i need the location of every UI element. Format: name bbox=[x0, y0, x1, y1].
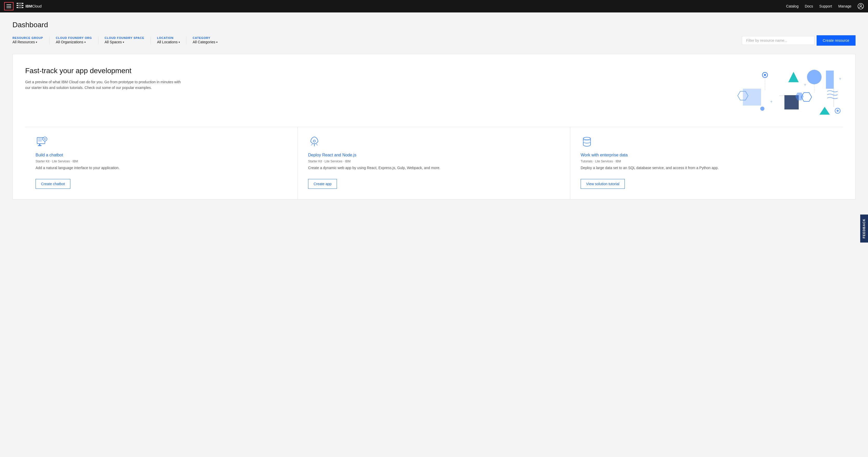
chatbot-icon bbox=[36, 135, 287, 149]
location-value[interactable]: All Locations ▾ bbox=[157, 39, 180, 44]
svg-marker-8 bbox=[788, 72, 799, 82]
ibm-cloud-logo[interactable]: IBMCloud bbox=[17, 3, 41, 9]
promo-illustration-svg: + + + bbox=[734, 67, 843, 119]
resource-group-filter[interactable]: RESOURCE GROUP All Resources ▾ bbox=[12, 35, 43, 46]
enterprise-data-card-title[interactable]: Work with enterprise data bbox=[581, 153, 832, 157]
nav-docs-link[interactable]: Docs bbox=[805, 4, 813, 8]
chatbot-card-title[interactable]: Build a chatbot bbox=[36, 153, 287, 157]
starter-cards-row: Build a chatbot Starter Kit · Lite Servi… bbox=[25, 127, 843, 199]
react-node-card: Deploy React and Node.js Starter Kit · L… bbox=[298, 127, 570, 199]
filter-separator-4 bbox=[186, 36, 186, 44]
nav-left: IBMCloud bbox=[4, 2, 41, 10]
view-solution-tutorial-button[interactable]: View solution tutorial bbox=[581, 179, 625, 189]
location-filter[interactable]: LOCATION All Locations ▾ bbox=[157, 35, 180, 46]
nav-catalog-link[interactable]: Catalog bbox=[786, 4, 799, 8]
svg-text:+: + bbox=[804, 83, 806, 87]
filter-bar: RESOURCE GROUP All Resources ▾ CLOUD FOU… bbox=[12, 35, 856, 46]
nav-support-link[interactable]: Support bbox=[819, 4, 832, 8]
resource-group-value[interactable]: All Resources ▾ bbox=[12, 39, 43, 44]
cf-org-label: CLOUD FOUNDRY ORG bbox=[56, 36, 92, 39]
main-content: Dashboard RESOURCE GROUP All Resources ▾… bbox=[0, 12, 868, 216]
cf-space-chevron-icon: ▾ bbox=[123, 41, 124, 43]
cf-org-value[interactable]: All Organizations ▾ bbox=[56, 39, 92, 44]
enterprise-data-card-meta: Tutorials · Lite Services · IBM bbox=[581, 160, 832, 163]
svg-rect-3 bbox=[18, 3, 22, 4]
create-chatbot-button[interactable]: Create chatbot bbox=[36, 179, 70, 189]
feedback-tab[interactable]: FEEDBACK bbox=[860, 215, 868, 216]
svg-point-39 bbox=[583, 137, 591, 140]
cf-org-filter[interactable]: CLOUD FOUNDRY ORG All Organizations ▾ bbox=[56, 35, 92, 46]
user-avatar-button[interactable] bbox=[858, 3, 864, 9]
hamburger-button[interactable] bbox=[4, 2, 13, 10]
svg-point-17 bbox=[764, 74, 766, 76]
promo-title: Fast-track your app development bbox=[25, 67, 181, 75]
location-chevron-icon: ▾ bbox=[179, 41, 180, 43]
cf-space-label: CLOUD FOUNDRY SPACE bbox=[104, 36, 144, 39]
svg-point-27 bbox=[760, 107, 765, 111]
ibm-logo-icon bbox=[17, 3, 23, 9]
category-chevron-icon: ▾ bbox=[216, 41, 218, 43]
resource-group-label: RESOURCE GROUP bbox=[12, 36, 43, 39]
category-filter[interactable]: CATEGORY All Categories ▾ bbox=[193, 35, 218, 46]
promo-illustration: + + + bbox=[734, 67, 843, 119]
brand-text: IBMCloud bbox=[25, 4, 41, 8]
filter-separator-2 bbox=[98, 36, 98, 44]
cf-space-filter[interactable]: CLOUD FOUNDRY SPACE All Spaces ▾ bbox=[104, 35, 144, 46]
category-value[interactable]: All Categories ▾ bbox=[193, 39, 218, 44]
react-node-card-title[interactable]: Deploy React and Node.js bbox=[308, 153, 560, 157]
avatar-icon bbox=[858, 3, 864, 9]
nav-manage-link[interactable]: Manage bbox=[838, 4, 851, 8]
rocket-icon bbox=[308, 135, 560, 149]
svg-rect-5 bbox=[18, 7, 22, 8]
enterprise-data-card: Work with enterprise data Tutorials · Li… bbox=[570, 127, 843, 199]
svg-rect-4 bbox=[18, 5, 22, 6]
svg-point-19 bbox=[837, 110, 839, 112]
svg-text:+: + bbox=[770, 99, 773, 104]
svg-text:+: + bbox=[839, 76, 841, 81]
react-node-card-desc: Create a dynamic web app by using React,… bbox=[308, 165, 560, 171]
database-icon bbox=[581, 135, 832, 149]
react-node-card-meta: Starter Kit · Lite Services · IBM bbox=[308, 160, 560, 163]
hamburger-icon bbox=[6, 4, 11, 8]
resource-group-chevron-icon: ▾ bbox=[36, 41, 37, 43]
create-resource-button[interactable]: Create resource bbox=[816, 35, 856, 46]
cf-space-value[interactable]: All Spaces ▾ bbox=[104, 39, 144, 44]
create-app-button[interactable]: Create app bbox=[308, 179, 337, 189]
filter-separator-1 bbox=[49, 36, 50, 44]
svg-rect-10 bbox=[826, 70, 834, 89]
page-title: Dashboard bbox=[12, 21, 856, 29]
nav-right: Catalog Docs Support Manage bbox=[786, 3, 864, 9]
svg-marker-15 bbox=[819, 107, 830, 115]
svg-point-37 bbox=[313, 140, 315, 142]
promo-card: Fast-track your app development Get a pr… bbox=[12, 54, 856, 199]
svg-rect-31 bbox=[38, 140, 42, 141]
resource-search-input[interactable] bbox=[742, 36, 814, 45]
chatbot-card: Build a chatbot Starter Kit · Lite Servi… bbox=[25, 127, 298, 199]
svg-point-7 bbox=[860, 5, 862, 6]
promo-text: Fast-track your app development Get a pr… bbox=[25, 67, 181, 91]
cf-org-chevron-icon: ▾ bbox=[84, 41, 86, 43]
filter-separator-3 bbox=[151, 36, 151, 44]
location-label: LOCATION bbox=[157, 36, 180, 39]
svg-point-9 bbox=[807, 70, 822, 84]
top-navigation: IBMCloud Catalog Docs Support Manage bbox=[0, 0, 868, 12]
category-label: CATEGORY bbox=[193, 36, 218, 39]
promo-content: Fast-track your app development Get a pr… bbox=[25, 67, 843, 119]
chatbot-card-meta: Starter Kit · Lite Services · IBM bbox=[36, 160, 287, 163]
search-area bbox=[742, 36, 814, 45]
svg-rect-33 bbox=[38, 145, 41, 146]
promo-description: Get a preview of what IBM Cloud can do f… bbox=[25, 79, 181, 91]
svg-rect-32 bbox=[39, 144, 40, 145]
svg-point-40 bbox=[583, 140, 591, 143]
enterprise-data-card-desc: Deploy a large data set to an SQL databa… bbox=[581, 165, 832, 171]
chatbot-card-desc: Add a natural language interface to your… bbox=[36, 165, 287, 171]
